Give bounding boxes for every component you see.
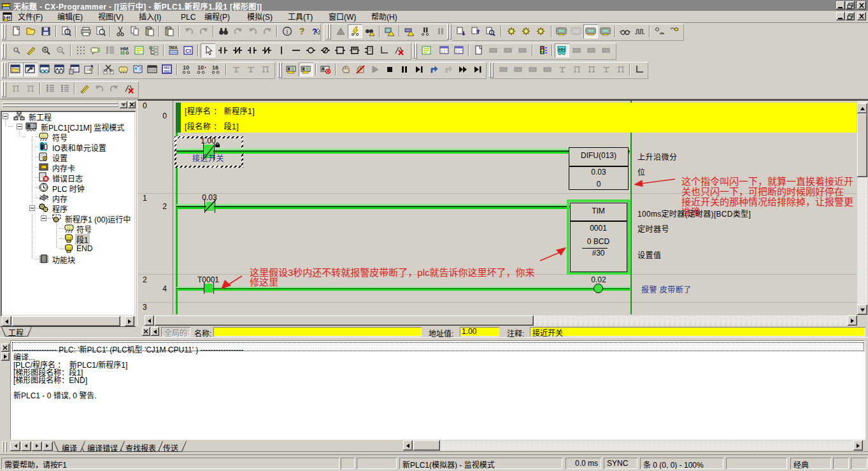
svg-text:002: 002 (164, 69, 169, 73)
svg-text:HM: HM (120, 46, 129, 52)
svg-text:10: 10 (197, 64, 204, 71)
svg-text:?: ? (299, 26, 304, 36)
svg-text:5MA: 5MA (169, 45, 178, 50)
svg-text:i: i (286, 28, 288, 35)
svg-text:CI: CI (185, 48, 191, 54)
svg-text:16: 16 (212, 64, 218, 71)
svg-text:HH: HH (559, 47, 565, 52)
svg-text:10: 10 (183, 64, 189, 71)
